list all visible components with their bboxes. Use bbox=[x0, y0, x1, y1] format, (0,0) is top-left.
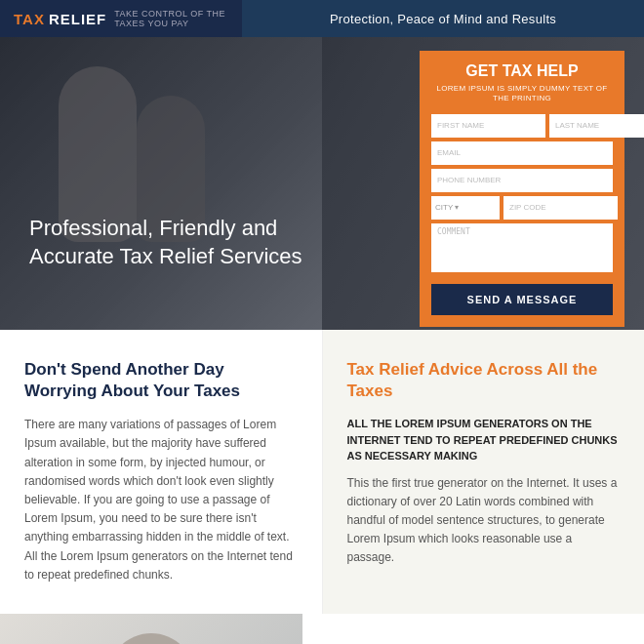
last-name-input[interactable] bbox=[549, 114, 644, 138]
logo-tax: TAX bbox=[14, 11, 45, 27]
hero-section: Professional, Friendly and Accurate Tax … bbox=[0, 37, 644, 330]
content-section: Don't Spend Another Day Worrying About Y… bbox=[0, 330, 644, 614]
form-email-row bbox=[431, 141, 613, 165]
content-left-panel: Don't Spend Another Day Worrying About Y… bbox=[0, 330, 323, 614]
hero-title: Professional, Friendly and Accurate Tax … bbox=[29, 214, 302, 271]
form-subtitle: LOREM IPSUM IS SIMPLY DUMMY TEXT OF THE … bbox=[431, 84, 613, 104]
header-right: Protection, Peace of Mind and Results bbox=[242, 0, 644, 37]
right-section-body: This the first true generator on the Int… bbox=[347, 474, 621, 568]
bottom-text-panel: Individual Taxes It uses a dictionary of… bbox=[302, 614, 644, 644]
contact-form-panel: GET TAX HELP LOREM IPSUM IS SIMPLY DUMMY… bbox=[420, 51, 624, 327]
zip-input[interactable] bbox=[503, 196, 618, 220]
header-right-text: Protection, Peace of Mind and Results bbox=[330, 12, 556, 26]
hero-text-block: Professional, Friendly and Accurate Tax … bbox=[29, 214, 302, 271]
email-input[interactable] bbox=[431, 141, 613, 165]
left-section-title: Don't Spend Another Day Worrying About Y… bbox=[24, 359, 298, 402]
left-section-body: There are many variations of passages of… bbox=[24, 416, 298, 584]
form-city-row: CITY ▾ bbox=[431, 196, 613, 220]
bottom-image bbox=[0, 614, 302, 644]
bottom-section: Individual Taxes It uses a dictionary of… bbox=[0, 614, 644, 644]
send-message-button[interactable]: SEND A MESSAGE bbox=[431, 284, 613, 315]
city-select[interactable]: CITY ▾ bbox=[431, 196, 500, 220]
first-name-input[interactable] bbox=[431, 114, 545, 138]
form-comment-row bbox=[431, 223, 613, 280]
content-right-panel: Tax Relief Advice Across All the Taxes A… bbox=[323, 330, 645, 614]
phone-input[interactable] bbox=[431, 169, 613, 192]
header-left: TAX RELIEF TAKE CONTROL OF THE TAXES YOU… bbox=[0, 0, 242, 37]
form-phone-row bbox=[431, 169, 613, 192]
comment-textarea[interactable] bbox=[431, 223, 613, 272]
form-title: GET TAX HELP bbox=[431, 62, 613, 80]
right-section-title: Tax Relief Advice Across All the Taxes bbox=[347, 359, 621, 402]
header: TAX RELIEF TAKE CONTROL OF THE TAXES YOU… bbox=[0, 0, 644, 37]
header-tagline: TAKE CONTROL OF THE TAXES YOU PAY bbox=[114, 9, 228, 28]
form-name-row bbox=[431, 114, 613, 138]
logo-relief: RELIEF bbox=[49, 11, 106, 27]
right-section-bold: ALL THE LOREM IPSUM GENERATORS ON THE IN… bbox=[347, 416, 621, 464]
